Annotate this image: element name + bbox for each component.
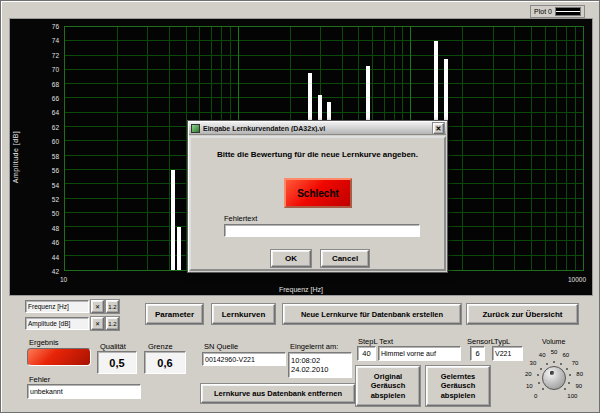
x-axis-title: Frequenz [Hz]: [10, 286, 592, 293]
x-tick-min: 10: [60, 276, 67, 283]
eingelernt-label: Eingelernt am:: [290, 342, 338, 351]
sensorl-label: SensorL: [467, 337, 495, 346]
grenze-label: Grenze: [148, 342, 173, 351]
grenze-value: 0,6: [144, 351, 186, 374]
volume-knob-dial[interactable]: [542, 366, 566, 390]
fehler-value: unbekannt: [27, 384, 141, 399]
lernkurven-button[interactable]: Lernkurven: [212, 304, 275, 324]
original-geraeusch-button[interactable]: Original Geräusch abspielen: [356, 366, 420, 406]
volume-knob[interactable]: 0102030405060708090100: [522, 346, 588, 410]
frequency-axis-format-button[interactable]: 1.2: [106, 300, 119, 313]
dialog-body: Bitte die Bewertung für die neue Lernkur…: [189, 136, 446, 271]
dialog-close-icon[interactable]: ✕: [433, 123, 444, 134]
amplitude-axis-format-button[interactable]: 1.2: [106, 317, 119, 330]
fehlertext-label: Fehlertext: [224, 214, 257, 223]
frequency-axis-control[interactable]: Frequenz [Hz]: [25, 300, 89, 313]
volume-knob-pointer: [550, 371, 554, 375]
dialog-title: Eingabe Lernkurvendaten (DA32x).vi: [203, 125, 430, 132]
fehlertext-input[interactable]: [224, 224, 420, 237]
stepl-text-label: StepL Text: [358, 337, 393, 346]
amplitude-axis-lock-button[interactable]: ✕: [91, 317, 104, 330]
x-tick-max: 10000: [568, 276, 586, 283]
sn-quelle-label: SN Quelle: [204, 342, 238, 351]
plot-legend-label: Plot 0: [534, 8, 552, 15]
eingelernt-date: 24.02.2010: [291, 365, 329, 374]
plot-legend-line-sample: [555, 7, 581, 16]
frequency-axis-cluster: Frequenz [Hz] ✕ 1.2: [25, 300, 119, 313]
neue-lernkurve-button[interactable]: Neue Lernkurve für Datenbank erstellen: [283, 304, 461, 324]
eingelernt-value: 10:08:02 24.02.2010: [288, 352, 352, 378]
qualitaet-value: 0,5: [97, 351, 137, 374]
qualitaet-label: Qualität: [100, 342, 126, 351]
step-text-value: Himmel vorne auf: [378, 346, 461, 361]
dialog-message: Bitte die Bewertung für die neue Lernkur…: [191, 150, 444, 159]
typl-value: V221: [492, 346, 523, 361]
ergebnis-label: Ergebnis: [29, 338, 59, 347]
gelerntes-geraeusch-button[interactable]: Gelerntes Geräusch abspielen: [426, 366, 490, 406]
rating-schlecht-button[interactable]: Schlecht: [284, 178, 352, 208]
amplitude-axis-control[interactable]: Amplitude [dB]: [25, 317, 89, 330]
y-axis: 767472706866646260585654525048464442: [36, 26, 62, 271]
stepl-value: 40: [357, 346, 376, 361]
ergebnis-led: [27, 348, 91, 366]
sensorl-value: 6: [470, 346, 485, 361]
vi-icon: [191, 124, 200, 133]
fehler-label: Fehler: [29, 375, 50, 384]
lernkurve-dialog: Eingabe Lernkurvendaten (DA32x).vi ✕ Bit…: [187, 120, 448, 273]
y-axis-title: Amplitude [dB]: [12, 131, 19, 184]
cancel-button[interactable]: Cancel: [321, 250, 369, 267]
app-window: Plot 0 Amplitude [dB] 767472706866646260…: [0, 0, 600, 413]
eingelernt-time: 10:08:02: [291, 356, 320, 365]
volume-label: Volume: [542, 338, 565, 345]
dialog-titlebar[interactable]: Eingabe Lernkurvendaten (DA32x).vi ✕: [189, 122, 446, 135]
zurueck-uebersicht-button[interactable]: Zurück zur Übersicht: [467, 304, 578, 324]
plot-legend[interactable]: Plot 0: [530, 5, 585, 18]
typl-label: TypL: [494, 337, 510, 346]
sn-quelle-value: 00142960-V221: [202, 352, 286, 366]
ok-button[interactable]: OK: [271, 250, 311, 267]
frequency-axis-lock-button[interactable]: ✕: [91, 300, 104, 313]
parameter-button[interactable]: Parameter: [146, 304, 203, 324]
remove-lernkurve-button[interactable]: Lernkurve aus Datenbank entfernen: [201, 384, 355, 403]
amplitude-axis-cluster: Amplitude [dB] ✕ 1.2: [25, 317, 119, 330]
